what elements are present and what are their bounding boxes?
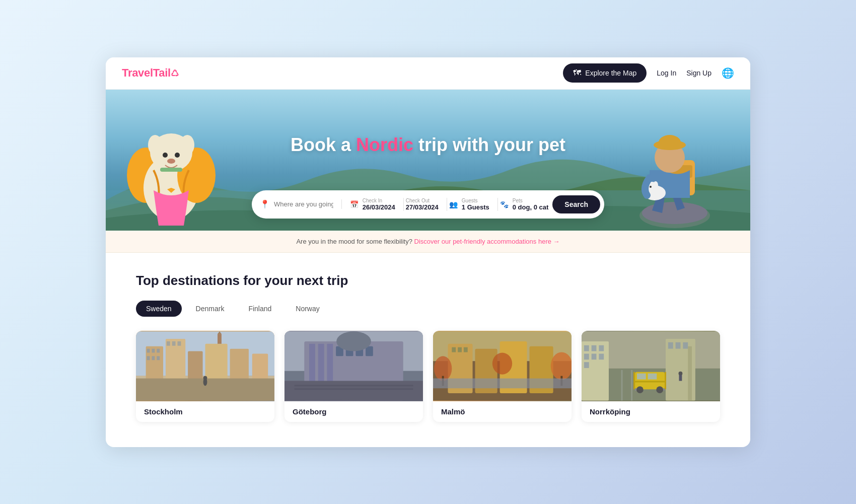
svg-rect-66: [458, 347, 462, 352]
svg-rect-26: [147, 348, 150, 352]
card-norrkoping[interactable]: Norrköping: [582, 331, 720, 422]
globe-icon: 🌐: [722, 67, 734, 79]
tab-norway[interactable]: Norway: [286, 301, 329, 317]
guests-label: Guests: [462, 198, 489, 203]
card-image-norrkoping: [582, 331, 720, 401]
card-name-norrkoping: Norrköping: [582, 401, 720, 422]
svg-rect-50: [327, 343, 333, 383]
svg-rect-81: [599, 345, 604, 351]
svg-rect-31: [157, 356, 160, 360]
svg-rect-76: [621, 370, 623, 400]
svg-rect-38: [218, 334, 222, 344]
card-name-stockholm: Stockholm: [136, 401, 274, 422]
svg-rect-89: [683, 342, 688, 348]
svg-point-72: [492, 352, 512, 374]
card-image-goteborg: [284, 331, 423, 401]
search-button[interactable]: Search: [552, 195, 600, 213]
card-goteborg[interactable]: Göteborg: [284, 331, 423, 422]
login-button[interactable]: Log In: [657, 69, 676, 77]
svg-point-96: [636, 386, 644, 393]
svg-rect-10: [160, 168, 182, 172]
card-image-malmo: [433, 331, 572, 401]
svg-point-21: [653, 181, 658, 189]
svg-point-6: [180, 135, 194, 155]
svg-rect-99: [633, 372, 635, 389]
card-name-malmo: Malmö: [433, 401, 572, 422]
destinations-title: Top destinations for your next trip: [136, 273, 720, 289]
logo-highlight: Tail♺: [153, 66, 179, 79]
checkout-value: 27/03/2024: [406, 203, 439, 211]
svg-rect-56: [284, 381, 423, 400]
svg-rect-79: [584, 345, 589, 351]
tab-sweden[interactable]: Sweden: [136, 301, 182, 317]
svg-point-44: [203, 376, 207, 380]
svg-rect-90: [688, 346, 692, 400]
card-malmo[interactable]: Malmö: [433, 331, 572, 422]
hero-title-suffix: trip with your pet: [413, 134, 565, 155]
svg-rect-48: [309, 343, 315, 383]
svg-point-9: [167, 159, 175, 164]
card-stockholm[interactable]: Stockholm: [136, 331, 274, 422]
hero-title-highlight: Nordic: [356, 134, 413, 155]
svg-rect-93: [648, 373, 657, 379]
destinations-section: Top destinations for your next trip Swed…: [106, 253, 750, 447]
svg-rect-35: [178, 341, 181, 345]
svg-rect-57: [295, 385, 413, 386]
hero-dog-character: [126, 110, 217, 231]
checkin-group[interactable]: 📅 Check In 26/03/2024: [350, 198, 404, 211]
location-icon: 📍: [260, 199, 270, 209]
svg-rect-58: [295, 388, 413, 390]
promo-link[interactable]: Discover our pet-friendly accommodations…: [414, 238, 560, 245]
signup-button[interactable]: Sign Up: [686, 69, 711, 77]
svg-rect-100: [665, 372, 666, 389]
page-wrapper: TravelTail♺ 🗺 Explore the Map Log In Sig…: [106, 57, 750, 447]
svg-rect-84: [599, 353, 604, 359]
svg-rect-73: [433, 378, 572, 388]
svg-rect-102: [679, 375, 682, 381]
svg-rect-27: [152, 348, 155, 352]
logo-text: Travel: [122, 66, 153, 79]
svg-point-12: [642, 202, 707, 224]
pets-group[interactable]: 🐾 Pets 0 dog, 0 cat: [500, 198, 549, 211]
hero-title-prefix: Book a: [291, 134, 356, 155]
explore-map-button[interactable]: 🗺 Explore the Map: [563, 63, 647, 83]
language-button[interactable]: 🌐: [722, 67, 734, 79]
svg-point-17: [659, 135, 681, 150]
guests-group[interactable]: 👥 Guests 1 Guests: [449, 198, 498, 211]
svg-rect-85: [584, 362, 589, 368]
svg-rect-98: [635, 381, 665, 382]
pets-label: Pets: [513, 198, 549, 203]
checkout-group[interactable]: Check Out 27/03/2024: [406, 198, 447, 211]
logo: TravelTail♺: [122, 66, 179, 80]
svg-rect-65: [452, 347, 456, 352]
svg-point-101: [679, 371, 683, 375]
svg-rect-82: [584, 353, 589, 359]
tab-denmark[interactable]: Denmark: [186, 301, 235, 317]
checkout-label: Check Out: [406, 198, 439, 203]
svg-rect-34: [172, 341, 176, 345]
calendar-icon: 📅: [350, 200, 359, 208]
svg-point-97: [656, 386, 663, 393]
svg-point-8: [175, 153, 180, 158]
svg-point-55: [336, 331, 371, 351]
location-field[interactable]: 📍: [260, 199, 342, 209]
svg-point-22: [650, 186, 652, 188]
hero-section: Book a Nordic trip with your pet 📍 📅 Che…: [106, 90, 750, 231]
search-container: 📍 📅 Check In 26/03/2024 Check Out: [252, 190, 604, 219]
map-icon: 🗺: [573, 68, 581, 78]
nav-right: 🗺 Explore the Map Log In Sign Up 🌐: [563, 63, 734, 83]
tab-finland[interactable]: Finland: [238, 301, 281, 317]
location-input[interactable]: [274, 200, 333, 208]
card-image-stockholm: [136, 331, 274, 401]
svg-rect-49: [318, 343, 324, 383]
country-tabs: Sweden Denmark Finland Norway: [136, 301, 720, 317]
svg-rect-92: [637, 373, 646, 379]
search-bar: 📍 📅 Check In 26/03/2024 Check Out: [252, 190, 604, 219]
svg-rect-67: [464, 347, 468, 352]
svg-rect-29: [147, 356, 150, 360]
svg-rect-87: [668, 342, 673, 348]
hero-title: Book a Nordic trip with your pet: [291, 134, 565, 156]
promo-text: Are you in the mood for some flexibility…: [296, 238, 412, 245]
pets-value: 0 dog, 0 cat: [513, 203, 549, 211]
svg-rect-30: [152, 356, 155, 360]
